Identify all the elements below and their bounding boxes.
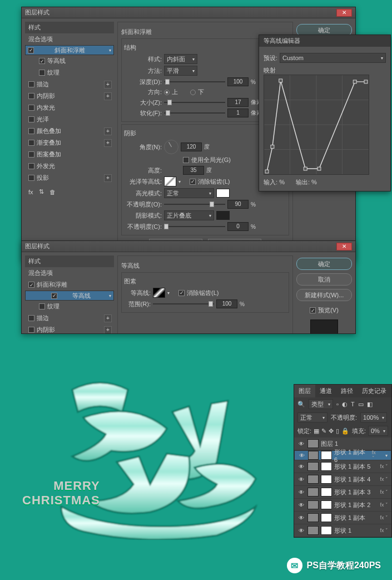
add-effect-icon[interactable]: + xyxy=(104,326,112,334)
visibility-icon[interactable]: 👁 xyxy=(297,528,305,534)
add-effect-icon[interactable]: + xyxy=(104,139,112,147)
style-item[interactable]: 外发光 xyxy=(25,160,114,172)
tab-channels[interactable]: 通道 xyxy=(315,385,336,397)
contour-thumb[interactable] xyxy=(153,288,165,298)
soften-slider[interactable] xyxy=(164,109,225,117)
blending-options[interactable]: 混合选项 xyxy=(25,33,114,45)
lock-all-icon[interactable]: 🔒 xyxy=(341,427,349,435)
tab-layers[interactable]: 图层 xyxy=(294,385,315,397)
opacity-input[interactable]: 100% xyxy=(360,412,387,422)
shadow-mode[interactable]: 正片叠底 xyxy=(164,210,214,220)
fx-badge[interactable]: fx ˅ xyxy=(380,515,388,520)
layer-row[interactable]: 👁形状 1 副本 3fx ˅ xyxy=(294,486,391,499)
style-item[interactable]: 光泽 xyxy=(25,114,114,125)
visibility-icon[interactable]: 👁 xyxy=(297,515,305,521)
soften-input[interactable]: 1 xyxy=(227,109,249,117)
preset-select[interactable]: Custom xyxy=(280,53,386,63)
style-checkbox[interactable] xyxy=(28,163,34,169)
sh-opacity-slider[interactable] xyxy=(164,223,225,230)
layer-row[interactable]: 👁形状 1 副本 5fx ˅ xyxy=(294,460,391,473)
styles-header[interactable]: 样式 xyxy=(25,22,114,33)
hl-opacity-slider[interactable] xyxy=(164,200,225,208)
add-effect-icon[interactable]: + xyxy=(104,92,112,100)
tab-paths[interactable]: 路径 xyxy=(336,385,358,397)
style-item[interactable]: 图案叠加 xyxy=(25,149,114,160)
titlebar[interactable]: 图层样式 ✕ xyxy=(22,7,355,18)
visibility-icon[interactable]: 👁 xyxy=(297,464,305,470)
style-item[interactable]: 等高线 xyxy=(25,291,114,301)
style-checkbox[interactable] xyxy=(39,70,45,76)
lock-pixel-icon[interactable]: ✎ xyxy=(321,427,326,435)
trash-icon[interactable]: 🗑 xyxy=(49,189,56,195)
cancel-button[interactable]: 取消 xyxy=(296,273,352,286)
style-checkbox[interactable] xyxy=(28,128,34,134)
angle-wheel[interactable] xyxy=(164,140,178,154)
fx-badge[interactable]: fx ˅ xyxy=(372,450,380,461)
altitude-input[interactable]: 35 xyxy=(183,166,204,175)
depth-slider[interactable] xyxy=(164,78,225,86)
highlight-mode[interactable]: 正常 xyxy=(164,188,214,198)
style-item[interactable]: 斜面和浮雕 xyxy=(25,45,114,55)
style-item[interactable]: 投影+ xyxy=(25,172,114,184)
style-checkbox[interactable] xyxy=(28,327,34,333)
antialias-checkbox[interactable] xyxy=(178,290,185,296)
dir-up-radio[interactable] xyxy=(164,90,170,95)
technique-select[interactable]: 平滑 xyxy=(164,66,197,76)
style-item[interactable]: 描边+ xyxy=(25,312,114,324)
size-input[interactable]: 17 xyxy=(227,98,249,107)
antialias-checkbox[interactable] xyxy=(190,179,196,185)
filter-adj-icon[interactable]: ◐ xyxy=(342,401,348,408)
shadow-color[interactable] xyxy=(216,211,230,220)
filter-pixel-icon[interactable]: ▫ xyxy=(336,401,339,407)
visibility-icon[interactable]: 👁 xyxy=(298,453,306,459)
style-checkbox[interactable] xyxy=(28,105,34,111)
visibility-icon[interactable]: 👁 xyxy=(297,502,305,508)
angle-input[interactable]: 120 xyxy=(181,142,202,151)
style-checkbox[interactable] xyxy=(39,303,45,309)
new-style-button[interactable]: 新建样式(W)... xyxy=(296,289,352,301)
style-checkbox[interactable] xyxy=(28,315,34,321)
add-effect-icon[interactable]: + xyxy=(104,127,112,135)
dir-down-radio[interactable] xyxy=(190,90,196,95)
fx-badge[interactable]: fx ˅ xyxy=(380,502,388,508)
fx-badge[interactable]: fx ˅ xyxy=(380,476,388,482)
filter-smart-icon[interactable]: ◧ xyxy=(367,401,373,408)
preview-checkbox[interactable] xyxy=(310,307,316,313)
layer-row[interactable]: 👁形状 1fx ˅ xyxy=(294,524,391,537)
size-slider[interactable] xyxy=(164,99,225,106)
style-checkbox[interactable] xyxy=(51,293,57,299)
style-item[interactable]: 纹理 xyxy=(25,301,114,312)
layer-row[interactable]: 👁形状 1 副本 6fx ˅ xyxy=(294,450,391,460)
style-item[interactable]: 内阴影+ xyxy=(25,324,114,334)
style-checkbox[interactable] xyxy=(28,282,34,288)
add-effect-icon[interactable]: + xyxy=(104,81,112,89)
style-select[interactable]: 内斜面 xyxy=(164,54,197,64)
blend-mode[interactable]: 正常 xyxy=(297,412,328,422)
lock-trans-icon[interactable]: ▦ xyxy=(314,427,319,435)
fx-badge[interactable]: fx ˅ xyxy=(380,464,388,469)
fx-badge[interactable]: fx ˅ xyxy=(380,528,388,533)
style-checkbox[interactable] xyxy=(28,93,34,99)
editor-title[interactable]: 等高线编辑器 xyxy=(259,35,390,47)
layer-row[interactable]: 👁形状 1 副本 2fx ˅ xyxy=(294,499,391,512)
style-checkbox[interactable] xyxy=(28,140,34,146)
highlight-color[interactable] xyxy=(216,189,230,198)
style-checkbox[interactable] xyxy=(28,81,34,87)
filter-kind[interactable]: 类型 xyxy=(309,399,333,409)
visibility-icon[interactable]: 👁 xyxy=(297,489,305,495)
style-item[interactable]: 描边+ xyxy=(25,78,114,90)
close-icon[interactable]: ✕ xyxy=(336,243,352,250)
visibility-icon[interactable]: 👁 xyxy=(297,441,305,447)
range-slider[interactable] xyxy=(153,300,214,308)
style-checkbox[interactable] xyxy=(39,58,45,64)
filter-shape-icon[interactable]: ▭ xyxy=(358,401,364,408)
add-effect-icon[interactable]: + xyxy=(104,174,112,182)
tab-history[interactable]: 历史记录 xyxy=(358,385,391,397)
titlebar[interactable]: 图层样式 ✕ xyxy=(22,241,355,252)
global-light-checkbox[interactable] xyxy=(183,157,189,163)
style-item[interactable]: 颜色叠加+ xyxy=(25,125,114,137)
fill-input[interactable]: 0% xyxy=(368,426,388,436)
lock-artboard-icon[interactable]: ▯ xyxy=(336,427,339,435)
visibility-icon[interactable]: 👁 xyxy=(297,476,305,483)
layer-row[interactable]: 👁形状 1 副本fx ˅ xyxy=(294,512,391,524)
